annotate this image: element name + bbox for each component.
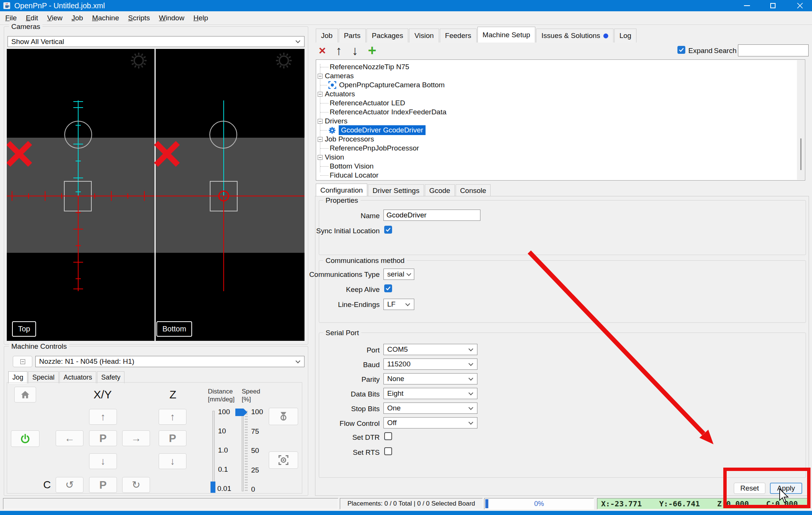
close-button[interactable] [789, 0, 811, 11]
jog-y-minus-button[interactable]: ↓ [89, 453, 117, 469]
reset-button[interactable]: Reset [734, 483, 765, 494]
line-endings-select[interactable]: LF [383, 299, 414, 310]
set-rts-checkbox[interactable] [384, 447, 392, 455]
add-node-button[interactable]: + [368, 44, 376, 56]
port-select[interactable]: COM5 [383, 344, 477, 355]
tree-item-cameras[interactable]: Cameras [318, 71, 354, 81]
search-input[interactable] [738, 44, 809, 56]
tab-parts[interactable]: Parts [339, 29, 366, 43]
collapse-toggle-icon[interactable] [318, 155, 323, 160]
tab-vision[interactable]: Vision [409, 29, 439, 43]
menu-view[interactable]: View [42, 12, 67, 24]
jog-x-minus-button[interactable]: ← [56, 430, 83, 446]
minimize-button[interactable] [736, 0, 758, 11]
tab-configuration[interactable]: Configuration [316, 184, 367, 197]
collapse-toggle-icon[interactable] [318, 119, 323, 124]
apply-button[interactable]: Apply [770, 483, 802, 494]
tree-item-fiducal-locator[interactable]: Fiducal Locator [320, 171, 379, 180]
move-down-button[interactable]: ↓ [352, 44, 358, 56]
tab-driver-settings[interactable]: Driver Settings [368, 184, 424, 197]
speed-tick: 0 [251, 485, 255, 494]
menu-help[interactable]: Help [189, 12, 212, 24]
flow-control-select[interactable]: Off [383, 417, 477, 428]
move-up-button[interactable]: ↑ [336, 44, 342, 56]
tree-item-nozzletip[interactable]: ReferenceNozzleTip N75 [320, 62, 409, 71]
position-camera-button[interactable] [269, 451, 298, 469]
tree-scrollbar-thumb[interactable] [800, 138, 801, 170]
tree-toolbar: × ↑ ↓ + [319, 43, 376, 58]
distance-tick: 1.0 [218, 446, 228, 454]
distance-slider-header: Distance [mm/deg] [208, 387, 235, 403]
home-button[interactable] [14, 387, 36, 403]
menu-window[interactable]: Window [155, 12, 189, 24]
communications-type-select[interactable]: serial [383, 269, 414, 280]
collapse-toggle-icon[interactable] [318, 137, 323, 142]
park-xy-button[interactable]: P [89, 430, 117, 446]
close-icon [797, 3, 803, 9]
park-z-button[interactable]: P [159, 430, 186, 446]
baud-select[interactable]: 115200 [383, 359, 477, 370]
tab-safety[interactable]: Safety [97, 371, 124, 383]
tab-machine-setup[interactable]: Machine Setup [477, 27, 536, 43]
delete-node-button[interactable]: × [319, 44, 326, 56]
serial-port-group-label: Serial Port [323, 329, 361, 337]
tree-item-gcodedriver[interactable]: GcodeDriver GcodeDriver [320, 126, 426, 135]
set-rts-label: Set RTS [353, 448, 380, 457]
tree-item-job-processors[interactable]: Job Processors [318, 135, 374, 144]
expand-checkbox[interactable] [677, 46, 685, 54]
tab-log[interactable]: Log [614, 29, 637, 43]
jog-z-down-button[interactable]: ↓ [159, 453, 186, 469]
search-label: Search [714, 47, 736, 55]
machine-setup-tree [316, 59, 805, 181]
park-c-button[interactable]: P [89, 477, 117, 493]
jog-z-up-button[interactable]: ↑ [159, 409, 186, 425]
stop-bits-select[interactable]: One [383, 403, 477, 414]
keep-alive-checkbox[interactable] [384, 284, 392, 292]
tab-console[interactable]: Console [456, 184, 491, 197]
menu-scripts[interactable]: Scripts [124, 12, 155, 24]
jog-x-plus-button[interactable]: → [122, 430, 150, 446]
tab-actuators[interactable]: Actuators [59, 371, 96, 383]
check-icon [679, 48, 684, 52]
driver-name-input[interactable] [383, 210, 480, 221]
camera-feed-area[interactable]: Top Bottom [7, 49, 304, 341]
collapse-icon [20, 359, 25, 364]
rotate-ccw-button[interactable]: ↺ [56, 477, 83, 493]
camera-view-selector[interactable]: Show All Vertical [8, 36, 304, 47]
tree-item-pnpjobprocessor[interactable]: ReferencePnpJobProcessor [320, 144, 419, 153]
speed-slider[interactable] [242, 411, 244, 491]
distance-slider-handle[interactable] [211, 482, 215, 493]
parity-select[interactable]: None [383, 373, 477, 384]
power-icon [20, 433, 30, 444]
tab-feeders[interactable]: Feeders [440, 29, 477, 43]
camera-locate-icon [278, 455, 289, 465]
tab-job[interactable]: Job [316, 29, 338, 43]
nozzle-selector[interactable]: Nozzle: N1 - N045 (Head: H1) [35, 356, 304, 367]
tree-item-actuator-indexfeeder[interactable]: ReferenceActuator IndexFeederData [320, 108, 447, 117]
tab-gcode[interactable]: Gcode [425, 184, 455, 197]
tab-jog[interactable]: Jog [8, 371, 27, 383]
jog-y-plus-button[interactable]: ↑ [89, 409, 117, 425]
data-bits-select[interactable]: Eight [383, 388, 477, 399]
tab-issues-solutions[interactable]: Issues & Solutions [536, 29, 613, 43]
tree-item-capture-camera[interactable]: OpenPnpCaptureCamera Bottom [320, 81, 445, 90]
distance-slider[interactable] [212, 411, 215, 492]
collapse-toggle-icon[interactable] [318, 74, 323, 79]
park-nozzle-button[interactable] [269, 408, 298, 425]
rotate-cw-button[interactable]: ↻ [122, 477, 150, 493]
collapse-toggle-icon[interactable] [318, 92, 323, 97]
tab-packages[interactable]: Packages [367, 29, 408, 43]
set-dtr-checkbox[interactable] [384, 432, 392, 440]
tree-item-vision[interactable]: Vision [318, 153, 344, 162]
tree-item-drivers[interactable]: Drivers [318, 117, 347, 126]
menu-machine[interactable]: Machine [88, 12, 124, 24]
maximize-button[interactable] [762, 0, 784, 11]
tree-item-actuator-led[interactable]: ReferenceActuator LED [320, 99, 405, 108]
menu-job[interactable]: Job [67, 12, 88, 24]
sync-initial-location-checkbox[interactable] [384, 226, 392, 234]
collapse-controls-button[interactable] [13, 356, 32, 367]
tree-item-bottom-vision[interactable]: Bottom Vision [320, 162, 374, 171]
tree-item-actuators[interactable]: Actuators [318, 90, 355, 99]
tab-special[interactable]: Special [28, 371, 59, 383]
power-button[interactable] [11, 430, 39, 447]
